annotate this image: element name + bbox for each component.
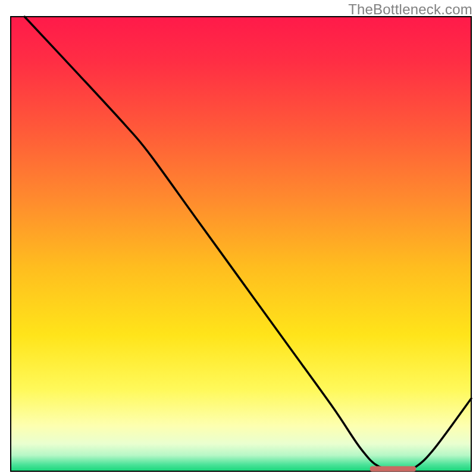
chart-frame: TheBottleneck.com (0, 0, 476, 476)
bottleneck-chart (0, 0, 476, 476)
optimal-marker (370, 466, 416, 471)
gradient-background (11, 17, 471, 471)
watermark-text: TheBottleneck.com (348, 1, 472, 18)
